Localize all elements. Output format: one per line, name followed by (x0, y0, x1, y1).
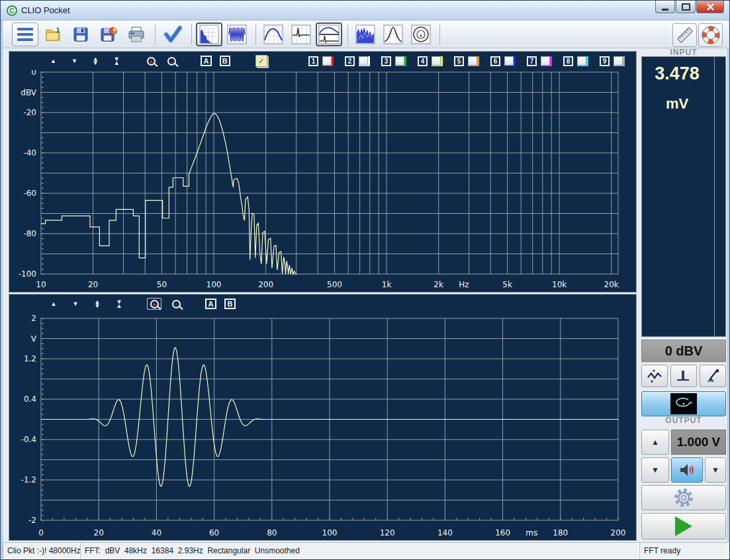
pan-down-button[interactable]: ▼ (68, 55, 81, 67)
pan-up-button[interactable]: ▲ (46, 298, 61, 310)
zoom-out-icon: - (172, 300, 181, 308)
maximize-button[interactable] (676, 1, 696, 13)
marker-a-button[interactable]: A (205, 299, 216, 309)
minimize-icon (662, 9, 668, 11)
svg-text:10: 10 (36, 280, 46, 289)
input-gain-display[interactable]: 0 dBV (641, 340, 726, 362)
compress-scale-button[interactable]: ▼▲ (110, 55, 124, 67)
menu-button[interactable] (12, 23, 38, 46)
filter-band-button[interactable] (380, 23, 406, 46)
curve-4-button[interactable]: 4 (418, 56, 428, 66)
pan-down-button[interactable]: ▼ (68, 298, 83, 310)
oscilloscope-button[interactable] (224, 23, 250, 46)
microphone-button[interactable] (700, 365, 726, 387)
svg-text:20: 20 (94, 528, 104, 537)
verify-connection-button[interactable] (160, 23, 186, 46)
help-button[interactable] (698, 23, 723, 47)
polar-button[interactable] (408, 23, 434, 46)
print-button[interactable] (123, 23, 150, 46)
curve-9-button[interactable]: 9 (600, 56, 610, 66)
curve-5-button[interactable]: 5 (454, 56, 464, 66)
svg-text:50: 50 (157, 280, 167, 289)
frequency-response-button[interactable] (260, 23, 287, 46)
svg-text:-2: -2 (28, 516, 36, 525)
curve-9-color-toggle[interactable] (614, 56, 625, 66)
curve-7-button[interactable]: 7 (527, 56, 537, 66)
checkmark-icon (163, 24, 183, 44)
save-as-button[interactable] (95, 23, 122, 46)
ruler-tool-button[interactable] (672, 23, 697, 47)
settings-button[interactable] (641, 485, 726, 510)
toolbar-separator (347, 24, 348, 45)
output-mute-button[interactable] (671, 457, 703, 483)
save-button[interactable] (68, 23, 94, 46)
loop-measurement-button[interactable] (641, 391, 726, 416)
output-decrease-button[interactable]: ▼ (641, 457, 669, 483)
oscilloscope-icon (227, 24, 247, 44)
zoom-in-icon: + (147, 57, 156, 66)
input-level-meter: 3.478 mV (641, 56, 726, 337)
toolbar-separator (155, 24, 156, 45)
impulse-capture-button[interactable] (670, 365, 697, 387)
curve-5-color-toggle[interactable] (468, 56, 479, 66)
svg-text:-20: -20 (23, 108, 36, 117)
curve-2-color-toggle[interactable] (359, 56, 370, 66)
toolbar-separator (439, 24, 440, 45)
marker-b-button[interactable]: B (220, 56, 230, 66)
curve-8-button[interactable]: 8 (563, 56, 573, 66)
impulse-response-button[interactable] (288, 23, 314, 46)
marker-b-button[interactable]: B (224, 299, 236, 309)
curve-2-button[interactable]: 2 (345, 56, 355, 66)
expand-scale-button[interactable]: ▲▼ (90, 298, 105, 310)
svg-text:180: 180 (553, 528, 568, 537)
fft-chart-panel: ▲ ▼ ▲▼ ▼▲ + - A B ✓ 123456789 1020501002… (9, 51, 637, 293)
output-group-label: OUTPUT (640, 416, 727, 425)
svg-text:-0.4: -0.4 (21, 435, 36, 444)
save-export-icon (99, 25, 118, 44)
expand-scale-button[interactable]: ▲▼ (89, 55, 103, 67)
save-floppy-icon (71, 25, 90, 44)
curve-3-color-toggle[interactable] (395, 56, 406, 66)
curve-8-color-toggle[interactable] (577, 56, 588, 66)
fft-chart-canvas[interactable]: 1020501002005001k2kHz5k10k20k0dBV-20-40-… (9, 70, 636, 293)
curves-visibility-checkbox[interactable]: ✓ (255, 55, 267, 67)
input-value: 3.478 (642, 64, 712, 84)
svg-text:-1.2: -1.2 (21, 475, 36, 485)
output-level-display[interactable]: 1.000 V (671, 430, 726, 455)
loop-icon (670, 393, 697, 414)
zoom-out-button[interactable]: - (165, 55, 179, 67)
time-chart-canvas[interactable]: 020406080100120140160ms1802002V1.20.4-0.… (9, 313, 636, 541)
zoom-in-button[interactable]: + (147, 298, 161, 310)
minimize-button[interactable] (655, 1, 675, 13)
svg-text:0: 0 (38, 528, 44, 537)
curve-3-button[interactable]: 3 (381, 56, 391, 66)
waterfall-button[interactable] (352, 23, 379, 46)
marker-a-button[interactable]: A (201, 56, 211, 66)
titlebar[interactable]: C CLIO Pocket (1, 1, 729, 21)
compress-scale-button[interactable]: ▼▲ (112, 298, 126, 310)
svg-text:-100: -100 (19, 269, 36, 279)
curve-7-color-toggle[interactable] (541, 56, 552, 66)
svg-text:Hz: Hz (459, 280, 469, 289)
pan-up-button[interactable]: ▲ (46, 55, 60, 67)
close-button[interactable] (696, 1, 724, 13)
zoom-out-button[interactable]: - (169, 298, 183, 310)
fft-analyzer-button[interactable] (196, 23, 222, 46)
curve-6-color-toggle[interactable] (504, 56, 516, 66)
svg-text:-60: -60 (23, 189, 36, 198)
zoom-in-button[interactable]: + (144, 55, 158, 67)
expand-icon: ▲▼ (93, 57, 99, 65)
open-file-button[interactable] (40, 23, 66, 46)
output-increase-button[interactable]: ▲ (641, 430, 669, 455)
signal-monitor-button[interactable] (641, 365, 668, 387)
svg-text:0.4: 0.4 (24, 395, 36, 404)
curve-4-color-toggle[interactable] (432, 56, 443, 66)
curve-1-color-toggle[interactable] (322, 56, 334, 66)
expand-icon: ▲▼ (95, 300, 101, 308)
curve-6-button[interactable]: 6 (490, 56, 500, 66)
output-step-dropdown[interactable]: ▼ (705, 457, 726, 483)
curve-1-button[interactable]: 1 (308, 56, 318, 66)
dual-view-button[interactable] (316, 23, 342, 46)
start-measurement-button[interactable] (641, 513, 726, 539)
svg-text:120: 120 (380, 528, 395, 537)
